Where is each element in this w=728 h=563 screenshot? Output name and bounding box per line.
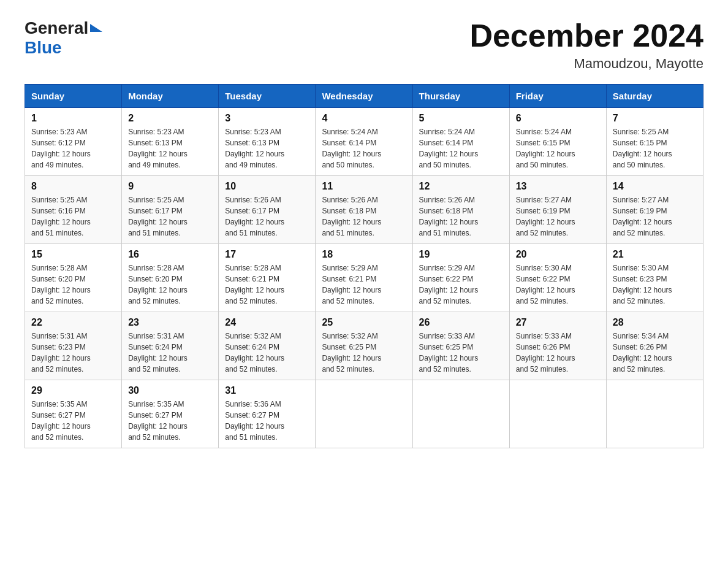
header-cell-friday: Friday [509,85,606,108]
day-number: 16 [128,249,212,260]
day-number: 18 [322,249,406,260]
day-number: 1 [31,113,115,124]
day-cell: 20 Sunrise: 5:30 AMSunset: 6:22 PMDaylig… [509,244,606,312]
logo-line1: General [25,18,102,38]
week-row-5: 29 Sunrise: 5:35 AMSunset: 6:27 PMDaylig… [25,380,703,448]
calendar-header: SundayMondayTuesdayWednesdayThursdayFrid… [25,85,703,108]
day-info: Sunrise: 5:28 AMSunset: 6:20 PMDaylight:… [31,264,91,305]
day-info: Sunrise: 5:23 AMSunset: 6:13 PMDaylight:… [128,128,188,169]
day-number: 28 [613,317,697,328]
day-info: Sunrise: 5:32 AMSunset: 6:24 PMDaylight:… [225,332,284,373]
header-cell-monday: Monday [122,85,219,108]
day-number: 7 [613,113,697,124]
day-cell: 25 Sunrise: 5:32 AMSunset: 6:25 PMDaylig… [316,312,412,380]
title-block: December 2024 Mamoudzou, Mayotte [469,18,703,72]
header-cell-tuesday: Tuesday [219,85,316,108]
day-cell: 26 Sunrise: 5:33 AMSunset: 6:25 PMDaylig… [412,312,509,380]
day-cell: 8 Sunrise: 5:25 AMSunset: 6:16 PMDayligh… [25,176,122,244]
day-number: 5 [419,113,503,124]
day-info: Sunrise: 5:28 AMSunset: 6:20 PMDaylight:… [128,264,188,305]
day-cell [509,380,606,448]
day-cell: 23 Sunrise: 5:31 AMSunset: 6:24 PMDaylig… [122,312,219,380]
day-number: 25 [322,317,406,328]
day-cell: 21 Sunrise: 5:30 AMSunset: 6:23 PMDaylig… [606,244,703,312]
day-cell: 2 Sunrise: 5:23 AMSunset: 6:13 PMDayligh… [122,108,219,176]
header-cell-wednesday: Wednesday [316,85,412,108]
day-number: 9 [128,181,212,192]
day-number: 6 [516,113,600,124]
day-number: 30 [128,385,212,396]
day-cell: 30 Sunrise: 5:35 AMSunset: 6:27 PMDaylig… [122,380,219,448]
day-number: 2 [128,113,212,124]
day-info: Sunrise: 5:36 AMSunset: 6:27 PMDaylight:… [225,400,284,442]
day-info: Sunrise: 5:32 AMSunset: 6:25 PMDaylight:… [322,332,381,373]
day-number: 31 [225,385,309,396]
day-cell: 19 Sunrise: 5:29 AMSunset: 6:22 PMDaylig… [412,244,509,312]
logo-arrow-icon [90,24,102,32]
day-number: 29 [31,385,115,396]
calendar-table: SundayMondayTuesdayWednesdayThursdayFrid… [25,84,703,448]
day-cell [316,380,412,448]
day-cell: 11 Sunrise: 5:26 AMSunset: 6:18 PMDaylig… [316,176,412,244]
week-row-2: 8 Sunrise: 5:25 AMSunset: 6:16 PMDayligh… [25,176,703,244]
day-number: 17 [225,249,309,260]
day-info: Sunrise: 5:25 AMSunset: 6:15 PMDaylight:… [613,128,672,169]
day-cell: 9 Sunrise: 5:25 AMSunset: 6:17 PMDayligh… [122,176,219,244]
day-info: Sunrise: 5:25 AMSunset: 6:16 PMDaylight:… [31,196,91,237]
day-info: Sunrise: 5:26 AMSunset: 6:17 PMDaylight:… [225,196,284,237]
day-info: Sunrise: 5:33 AMSunset: 6:25 PMDaylight:… [419,332,479,373]
day-cell: 5 Sunrise: 5:24 AMSunset: 6:14 PMDayligh… [412,108,509,176]
day-number: 12 [419,181,503,192]
day-cell: 16 Sunrise: 5:28 AMSunset: 6:20 PMDaylig… [122,244,219,312]
day-info: Sunrise: 5:31 AMSunset: 6:24 PMDaylight:… [128,332,188,373]
day-info: Sunrise: 5:30 AMSunset: 6:23 PMDaylight:… [613,264,672,305]
day-number: 22 [31,317,115,328]
day-cell: 24 Sunrise: 5:32 AMSunset: 6:24 PMDaylig… [219,312,316,380]
day-cell [606,380,703,448]
day-cell: 14 Sunrise: 5:27 AMSunset: 6:19 PMDaylig… [606,176,703,244]
day-cell: 27 Sunrise: 5:33 AMSunset: 6:26 PMDaylig… [509,312,606,380]
day-info: Sunrise: 5:26 AMSunset: 6:18 PMDaylight:… [419,196,479,237]
logo-general-text: General [25,18,88,38]
day-info: Sunrise: 5:35 AMSunset: 6:27 PMDaylight:… [31,400,91,442]
header-cell-thursday: Thursday [412,85,509,108]
day-info: Sunrise: 5:30 AMSunset: 6:22 PMDaylight:… [516,264,575,305]
day-cell: 28 Sunrise: 5:34 AMSunset: 6:26 PMDaylig… [606,312,703,380]
day-number: 27 [516,317,600,328]
day-info: Sunrise: 5:29 AMSunset: 6:22 PMDaylight:… [419,264,479,305]
day-info: Sunrise: 5:27 AMSunset: 6:19 PMDaylight:… [613,196,672,237]
day-cell: 18 Sunrise: 5:29 AMSunset: 6:21 PMDaylig… [316,244,412,312]
header-cell-saturday: Saturday [606,85,703,108]
day-info: Sunrise: 5:26 AMSunset: 6:18 PMDaylight:… [322,196,381,237]
day-cell: 3 Sunrise: 5:23 AMSunset: 6:13 PMDayligh… [219,108,316,176]
logo-line2: Blue [25,38,62,58]
day-info: Sunrise: 5:31 AMSunset: 6:23 PMDaylight:… [31,332,91,373]
day-cell: 1 Sunrise: 5:23 AMSunset: 6:12 PMDayligh… [25,108,122,176]
day-info: Sunrise: 5:24 AMSunset: 6:14 PMDaylight:… [419,128,479,169]
day-info: Sunrise: 5:23 AMSunset: 6:12 PMDaylight:… [31,128,91,169]
week-row-4: 22 Sunrise: 5:31 AMSunset: 6:23 PMDaylig… [25,312,703,380]
logo-blue-text: Blue [25,38,62,57]
logo: General Blue [25,18,102,58]
calendar-body: 1 Sunrise: 5:23 AMSunset: 6:12 PMDayligh… [25,108,703,448]
day-info: Sunrise: 5:25 AMSunset: 6:17 PMDaylight:… [128,196,188,237]
day-cell: 10 Sunrise: 5:26 AMSunset: 6:17 PMDaylig… [219,176,316,244]
day-number: 11 [322,181,406,192]
week-row-1: 1 Sunrise: 5:23 AMSunset: 6:12 PMDayligh… [25,108,703,176]
day-info: Sunrise: 5:27 AMSunset: 6:19 PMDaylight:… [516,196,575,237]
day-number: 23 [128,317,212,328]
header-row: SundayMondayTuesdayWednesdayThursdayFrid… [25,85,703,108]
day-number: 21 [613,249,697,260]
day-number: 8 [31,181,115,192]
day-cell [412,380,509,448]
day-cell: 6 Sunrise: 5:24 AMSunset: 6:15 PMDayligh… [509,108,606,176]
day-cell: 22 Sunrise: 5:31 AMSunset: 6:23 PMDaylig… [25,312,122,380]
day-cell: 7 Sunrise: 5:25 AMSunset: 6:15 PMDayligh… [606,108,703,176]
day-info: Sunrise: 5:29 AMSunset: 6:21 PMDaylight:… [322,264,381,305]
day-info: Sunrise: 5:23 AMSunset: 6:13 PMDaylight:… [225,128,284,169]
day-number: 14 [613,181,697,192]
day-info: Sunrise: 5:33 AMSunset: 6:26 PMDaylight:… [516,332,575,373]
day-cell: 4 Sunrise: 5:24 AMSunset: 6:14 PMDayligh… [316,108,412,176]
page-header: General Blue December 2024 Mamoudzou, Ma… [25,18,703,72]
day-cell: 31 Sunrise: 5:36 AMSunset: 6:27 PMDaylig… [219,380,316,448]
